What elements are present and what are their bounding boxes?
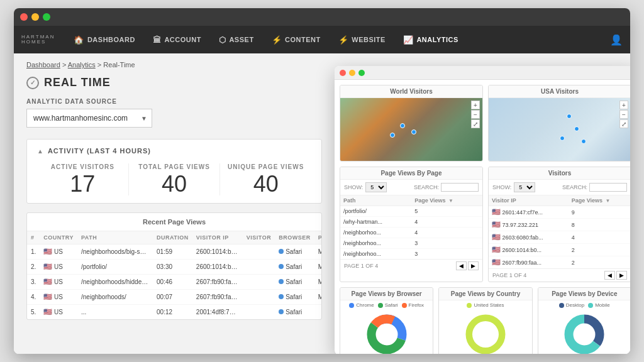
pvbp-prev-button[interactable]: ◀ xyxy=(456,261,467,270)
cell-ip: 2001:4df8:704... xyxy=(192,305,243,320)
pvbp-search-wrapper: SEARCH: xyxy=(414,183,479,192)
table-row: 2. 🇺🇸 US /portfolio/ 03:30 2600:1014:b0.… xyxy=(27,260,322,275)
right-overlay-panel: World Visitors + − ⤢ xyxy=(335,66,630,354)
visitor-ip: 🇺🇸 2603:6080:fab... xyxy=(489,231,569,244)
data-source-label: ANALYTIC DATA SOURCE xyxy=(26,98,322,105)
visitors-panel: Visitors SHOW: 5 SEARCH: xyxy=(488,167,630,282)
close-button[interactable] xyxy=(20,13,28,21)
pvbp-table: Path Page Views ▼ /portfolio/ 5 /why-har… xyxy=(340,195,482,259)
cell-ip: 2607:fb90:faa... xyxy=(192,275,243,290)
browser-donut-container xyxy=(340,310,433,354)
nav-account[interactable]: 🏛 ACCOUNT xyxy=(144,26,210,53)
cell-duration: 03:30 xyxy=(153,260,192,275)
legend-dot xyxy=(378,303,383,308)
visitors-footer: PAGE 1 OF 4 ◀ ▶ xyxy=(489,268,630,282)
user-icon[interactable]: 👤 xyxy=(610,34,623,46)
usa-map-controls: + − ⤢ xyxy=(619,101,628,128)
pvbp-controls: SHOW: 5 SEARCH: xyxy=(340,180,482,195)
nav-dashboard[interactable]: 🏠 DASHBOARD xyxy=(65,26,144,53)
visitors-search-wrapper: SEARCH: xyxy=(562,183,627,192)
svg-point-4 xyxy=(472,321,499,348)
website-icon: ⚡ xyxy=(338,35,349,45)
list-item: 🇺🇸 2601:447:cf7e... 9 xyxy=(489,206,630,219)
col-browser: Browser xyxy=(275,231,314,244)
col-platform: Plat xyxy=(314,231,322,244)
activity-header[interactable]: ▲ ACTIVITY (LAST 4 HOURS) xyxy=(37,147,311,155)
usa-zoom-out-button[interactable]: − xyxy=(619,110,628,119)
top-navigation: HARTMAN HOMES 🏠 DASHBOARD 🏛 ACCOUNT ⬡ AS… xyxy=(14,26,630,53)
cell-num: 5. xyxy=(27,305,40,320)
usa-zoom-in-button[interactable]: + xyxy=(619,101,628,109)
zoom-in-button[interactable]: + xyxy=(471,101,480,109)
pvbp-show-label: SHOW: xyxy=(344,184,363,190)
list-item: 🇺🇸 73.97.232.221 8 xyxy=(489,219,630,231)
pvbp-search-input[interactable] xyxy=(441,183,479,192)
content-icon: ⚡ xyxy=(272,35,282,45)
legend-dot xyxy=(349,303,354,308)
breadcrumb-analytics[interactable]: Analytics xyxy=(68,61,96,69)
world-pin-3 xyxy=(411,129,416,134)
cell-browser: Safari xyxy=(275,275,314,290)
account-icon: 🏛 xyxy=(153,35,162,45)
data-source-select[interactable]: www.hartmanhomesinc.com xyxy=(26,109,152,128)
cell-visitor xyxy=(243,275,275,290)
visitors-search-input[interactable] xyxy=(589,183,627,192)
nav-website[interactable]: ⚡ WEBSITE xyxy=(330,26,394,53)
visitors-prev-button[interactable]: ◀ xyxy=(604,271,615,280)
col-duration: Duration xyxy=(153,231,192,244)
main-browser-window: HARTMAN HOMES 🏠 DASHBOARD 🏛 ACCOUNT ⬡ AS… xyxy=(14,8,630,354)
usa-pin-3 xyxy=(560,136,565,141)
visitor-views: 8 xyxy=(569,219,630,231)
browser-chart-title: Page Views by Browser xyxy=(340,288,433,300)
minimize-button[interactable] xyxy=(31,13,39,21)
logo-line2: HOMES xyxy=(21,40,55,45)
right-titlebar xyxy=(335,66,630,80)
country-legend: United States xyxy=(439,300,531,310)
usa-map-title: USA Visitors xyxy=(489,85,630,98)
cell-browser: Safari xyxy=(275,305,314,320)
nav-asset[interactable]: ⬡ ASSET xyxy=(210,26,263,53)
legend-item: Firefox xyxy=(402,302,424,308)
world-map-title: World Visitors xyxy=(340,85,482,98)
right-maximize-button[interactable] xyxy=(358,70,365,76)
right-minimize-button[interactable] xyxy=(349,70,355,76)
col-num: # xyxy=(27,231,40,244)
left-panel: Dashboard > Analytics > Real-Time ✓ REAL… xyxy=(14,53,335,354)
visitors-pagination: PAGE 1 OF 4 xyxy=(492,272,526,278)
breadcrumb-dashboard[interactable]: Dashboard xyxy=(26,61,60,69)
visitors-show-select[interactable]: 5 xyxy=(514,182,535,192)
right-close-button[interactable] xyxy=(340,70,346,76)
legend-dot xyxy=(559,303,564,308)
legend-item: United States xyxy=(467,302,504,308)
maximize-button[interactable] xyxy=(43,13,50,21)
usa-map-area[interactable]: + − ⤢ xyxy=(489,98,630,161)
legend-label: Firefox xyxy=(409,302,424,308)
zoom-out-button[interactable]: − xyxy=(471,110,480,119)
visitors-search-label: SEARCH: xyxy=(562,184,587,190)
charts-row: Page Views by Browser ChromeSafariFirefo… xyxy=(340,287,630,354)
legend-label: Safari xyxy=(385,302,398,308)
legend-item: Chrome xyxy=(349,302,374,308)
world-map-area[interactable]: + − ⤢ xyxy=(340,98,482,161)
cell-platform xyxy=(314,305,322,320)
nav-analytics[interactable]: 📈 ANALYTICS xyxy=(394,26,467,53)
list-item: /neighborhoo... 3 xyxy=(340,238,482,249)
pvbp-views: 3 xyxy=(411,238,482,249)
cell-duration: 00:07 xyxy=(153,290,192,305)
visitors-title: Visitors xyxy=(489,167,630,180)
cell-visitor xyxy=(243,244,275,260)
pvbp-next-button[interactable]: ▶ xyxy=(468,261,479,270)
pvbp-show-select[interactable]: 5 xyxy=(365,182,387,192)
nav-content[interactable]: ⚡ CONTENT xyxy=(263,26,330,53)
legend-dot xyxy=(402,303,407,308)
fullscreen-button[interactable]: ⤢ xyxy=(471,119,480,128)
cell-path: /neighborhoods/big-sky-montana/ xyxy=(77,244,153,260)
data-source-wrapper[interactable]: www.hartmanhomesinc.com xyxy=(26,109,152,128)
visitors-next-button[interactable]: ▶ xyxy=(616,271,627,280)
pvbp-views: 3 xyxy=(411,249,482,260)
right-content: World Visitors + − ⤢ xyxy=(335,80,630,354)
legend-dot xyxy=(588,303,593,308)
page-views-by-page-panel: Page Views By Page SHOW: 5 SEARCH: xyxy=(340,167,483,282)
usa-fullscreen-button[interactable]: ⤢ xyxy=(619,119,628,128)
cell-platform: Mob xyxy=(314,244,322,260)
